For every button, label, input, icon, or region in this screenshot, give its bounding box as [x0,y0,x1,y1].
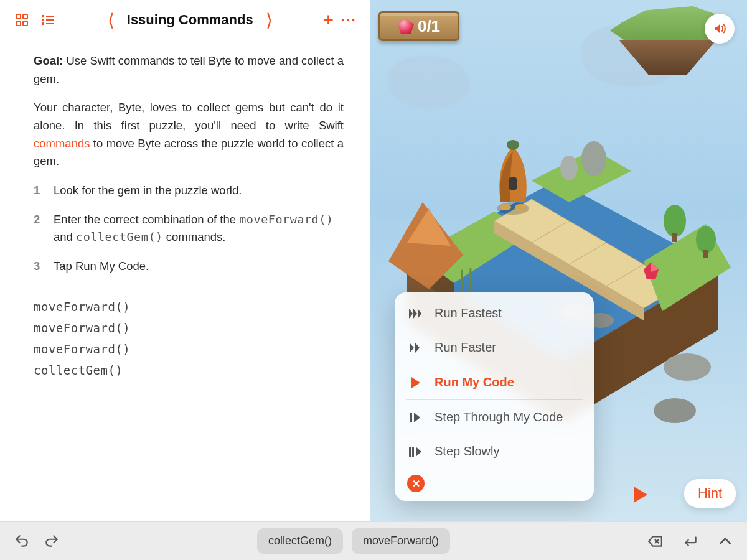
bottom-bar: collectGem() moveForward() [0,521,747,560]
svg-rect-31 [672,233,677,242]
svg-line-45 [462,271,463,292]
code-editor[interactable]: moveForward() moveForward() moveForward(… [0,300,370,385]
gem-progress: 0/1 [378,11,459,41]
page-title: Issuing Commands [127,12,253,28]
svg-rect-3 [23,21,27,26]
run-fastest-item[interactable]: Run Fastest [395,296,594,330]
svg-point-30 [664,205,686,237]
close-menu-button[interactable]: ✕ [407,475,425,492]
gem-icon [398,18,414,34]
step-through-item[interactable]: Step Through My Code [395,400,594,434]
play-button[interactable] [634,487,647,503]
run-faster-icon [408,343,423,353]
svg-rect-48 [409,447,411,457]
code-line[interactable]: moveForward() [34,342,344,356]
add-button[interactable]: + [322,9,334,30]
svg-rect-33 [703,250,708,258]
redo-button[interactable] [41,531,62,552]
step-icon [408,413,423,422]
toolbar: ⟨ Issuing Commands ⟩ + ●●● [0,0,370,40]
list-view-button[interactable] [39,11,57,29]
svg-rect-40 [509,177,517,190]
goal-text: Use Swift commands to tell Byte to move … [34,54,344,85]
svg-point-32 [696,226,716,253]
progress-text: 0/1 [418,17,440,36]
prev-page-button[interactable]: ⟨ [108,10,115,30]
step-1: 1 Look for the gem in the puzzle world. [34,182,344,200]
world-pane: 0/1 [370,0,747,521]
commands-link[interactable]: commands [34,137,90,150]
return-button[interactable] [680,531,701,552]
suggestion-collectgem[interactable]: collectGem() [257,528,343,554]
code-line[interactable]: moveForward() [34,321,344,335]
intro-text-a: Your character, Byte, loves to collect g… [34,101,344,132]
svg-point-41 [500,204,511,210]
svg-point-29 [560,156,578,180]
svg-point-8 [42,23,44,24]
svg-line-46 [469,269,471,294]
step-slowly-item[interactable]: Step Slowly [395,434,594,469]
keyboard-up-button[interactable] [715,531,736,552]
run-faster-item[interactable]: Run Faster [395,330,594,365]
suggestion-moveforward[interactable]: moveForward() [352,528,450,554]
svg-rect-49 [412,447,414,457]
code-line[interactable]: collectGem() [34,363,344,377]
svg-point-4 [42,16,44,17]
play-icon [408,377,423,388]
svg-point-6 [42,19,44,21]
svg-point-37 [654,398,696,423]
next-page-button[interactable]: ⟩ [266,10,273,30]
step-slow-icon [408,447,423,457]
divider [34,287,344,287]
svg-point-36 [664,353,711,381]
code-line[interactable]: moveForward() [34,300,344,314]
svg-rect-47 [410,413,412,422]
more-button[interactable]: ●●● [341,17,357,23]
goal-label: Goal: [34,54,63,67]
run-menu: Run Fastest Run Faster Run My Code Step … [395,292,594,501]
svg-rect-2 [16,21,21,26]
undo-button[interactable] [11,531,32,552]
svg-rect-1 [23,14,27,19]
grid-view-button[interactable] [12,11,31,29]
step-3: 3 Tap Run My Code. [34,258,344,276]
hint-button[interactable]: Hint [684,479,736,508]
step-2: 2 Enter the correct combination of the m… [34,211,344,246]
svg-point-42 [515,204,526,210]
run-fastest-icon [408,309,423,319]
delete-button[interactable] [645,531,666,552]
sound-button[interactable] [705,14,735,44]
svg-point-39 [507,140,519,150]
svg-point-28 [581,141,606,176]
svg-rect-0 [16,14,21,19]
instructions: Goal: Use Swift commands to tell Byte to… [0,40,370,300]
run-my-code-item[interactable]: Run My Code [395,365,594,399]
document-pane: ⟨ Issuing Commands ⟩ + ●●● Goal: Use Swi… [0,0,370,521]
